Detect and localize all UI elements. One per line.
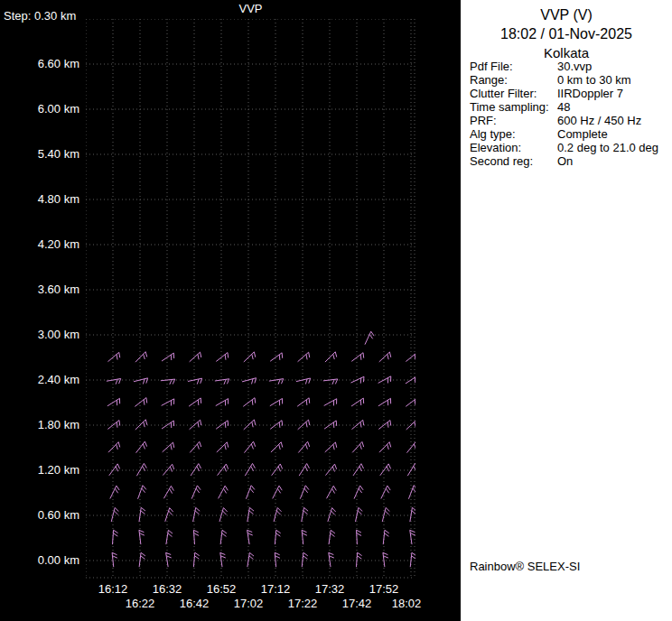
param-value: 48: [557, 100, 670, 114]
product-datetime: 18:02 / 01-Nov-2025: [461, 26, 672, 42]
wind-barb-plot: [86, 19, 415, 579]
y-axis-tick-label: 6.60 km: [0, 57, 79, 71]
x-axis-tick-label: 17:52: [364, 582, 404, 597]
param-row-clutter-filter: Clutter Filter: IIRDoppler 7: [470, 87, 670, 100]
y-axis-tick-label: 3.60 km: [0, 283, 79, 297]
param-label: Second reg:: [470, 154, 557, 168]
x-axis-tick-label: 16:12: [93, 582, 133, 597]
param-value: On: [557, 154, 670, 168]
site-name: Kolkata: [461, 45, 672, 60]
y-axis-tick-label: 4.80 km: [0, 192, 79, 207]
parameter-list: Pdf File: 30.vvp Range: 0 km to 30 km Cl…: [470, 60, 670, 168]
param-value: 30.vvp: [557, 60, 670, 73]
param-label: PRF:: [470, 114, 557, 127]
y-axis-step-label: Step: 0.30 km: [4, 9, 76, 23]
y-axis-tick-label: 5.40 km: [0, 147, 79, 162]
x-axis-tick-label: 17:42: [337, 597, 377, 611]
y-axis-tick-label: 1.80 km: [0, 418, 79, 432]
x-axis-tick-label: 16:32: [147, 582, 187, 597]
param-label: Elevation:: [470, 141, 557, 154]
param-value: 0.2 deg to 21.0 deg: [557, 141, 670, 154]
param-value: Complete: [557, 127, 670, 141]
param-row-elevation: Elevation: 0.2 deg to 21.0 deg: [470, 141, 670, 154]
y-axis-tick-label: 0.00 km: [0, 553, 79, 568]
chart-area: VVP Step: 0.30 km 6.60 km6.00 km5.40 km4…: [0, 0, 461, 621]
param-row-pdf-file: Pdf File: 30.vvp: [470, 60, 670, 73]
product-title: VVP (V): [461, 7, 672, 23]
param-row-range: Range: 0 km to 30 km: [470, 73, 670, 87]
y-axis-tick-label: 4.20 km: [0, 237, 79, 252]
brand-label: Rainbow® SELEX-SI: [470, 560, 580, 573]
x-axis-tick-label: 18:02: [387, 597, 426, 611]
param-label: Clutter Filter:: [470, 87, 557, 100]
y-axis-tick-label: 1.20 km: [0, 463, 79, 477]
param-value: 600 Hz / 450 Hz: [557, 114, 670, 127]
param-label: Alg type:: [470, 127, 557, 141]
param-label: Range:: [470, 73, 557, 87]
chart-title: VVP: [86, 2, 415, 15]
x-axis-tick-label: 17:22: [283, 597, 322, 611]
y-axis-tick-label: 0.60 km: [0, 508, 79, 523]
info-panel: VVP (V) 18:02 / 01-Nov-2025 Kolkata Pdf …: [461, 0, 672, 621]
param-row-alg-type: Alg type: Complete: [470, 127, 670, 141]
x-axis-tick-label: 17:32: [310, 582, 350, 597]
y-axis-tick-label: 3.00 km: [0, 328, 79, 342]
param-row-prf: PRF: 600 Hz / 450 Hz: [470, 114, 670, 127]
x-axis-tick-label: 16:22: [120, 597, 160, 611]
vvp-window: VVP Step: 0.30 km 6.60 km6.00 km5.40 km4…: [0, 0, 672, 621]
y-axis-tick-label: 6.00 km: [0, 102, 79, 116]
param-value: 0 km to 30 km: [557, 73, 670, 87]
x-axis-tick-label: 17:02: [229, 597, 268, 611]
param-row-time-sampling: Time sampling: 48: [470, 100, 670, 114]
param-label: Time sampling:: [470, 100, 557, 114]
param-row-second-reg: Second reg: On: [470, 154, 670, 168]
x-axis-tick-label: 16:42: [174, 597, 214, 611]
x-axis-tick-label: 16:52: [201, 582, 241, 597]
y-axis-tick-label: 2.40 km: [0, 373, 79, 387]
param-value: IIRDoppler 7: [557, 87, 670, 100]
x-axis-tick-label: 17:12: [256, 582, 295, 597]
param-label: Pdf File:: [470, 60, 557, 73]
